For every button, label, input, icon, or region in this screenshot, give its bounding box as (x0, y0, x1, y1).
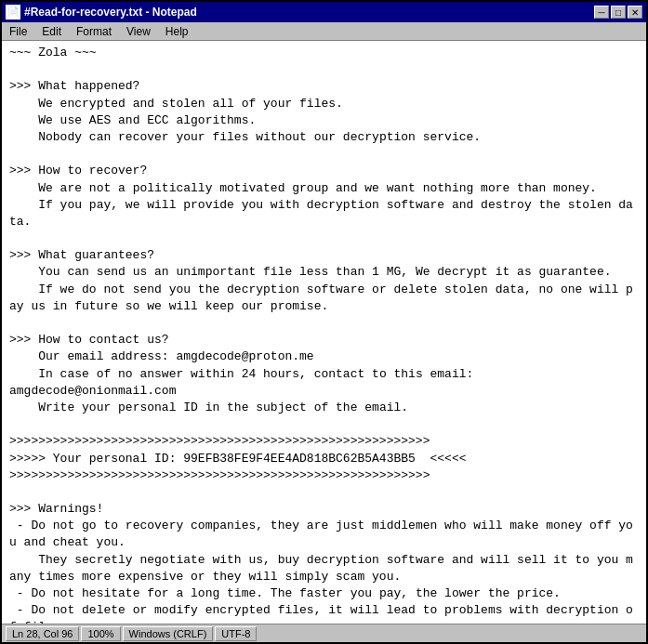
status-zoom: 100% (81, 626, 120, 641)
app-icon: 📄 (6, 5, 20, 20)
menu-format[interactable]: Format (73, 24, 115, 39)
menu-view[interactable]: View (123, 24, 154, 39)
status-encoding: UTF-8 (215, 626, 257, 641)
maximize-button[interactable]: □ (611, 6, 626, 19)
notepad-window: 📄 #Read-for-recovery.txt - Notepad ─ □ ✕… (0, 0, 648, 644)
menu-help[interactable]: Help (162, 24, 192, 39)
close-button[interactable]: ✕ (628, 6, 642, 19)
title-bar-left: 📄 #Read-for-recovery.txt - Notepad (6, 5, 197, 20)
status-bar: Ln 28, Col 96 100% Windows (CRLF) UTF-8 (2, 624, 646, 642)
status-ln-col: Ln 28, Col 96 (6, 626, 79, 641)
title-buttons: ─ □ ✕ (594, 6, 642, 19)
menu-bar: File Edit Format View Help (2, 22, 646, 41)
minimize-button[interactable]: ─ (594, 6, 609, 19)
text-content[interactable]: ~~~ Zola ~~~ >>> What happened? We encry… (2, 41, 646, 624)
menu-file[interactable]: File (6, 24, 31, 39)
status-line-ending: Windows (CRLF) (123, 626, 214, 641)
menu-edit[interactable]: Edit (38, 24, 65, 39)
window-title: #Read-for-recovery.txt - Notepad (24, 6, 197, 19)
title-bar: 📄 #Read-for-recovery.txt - Notepad ─ □ ✕ (2, 2, 646, 22)
